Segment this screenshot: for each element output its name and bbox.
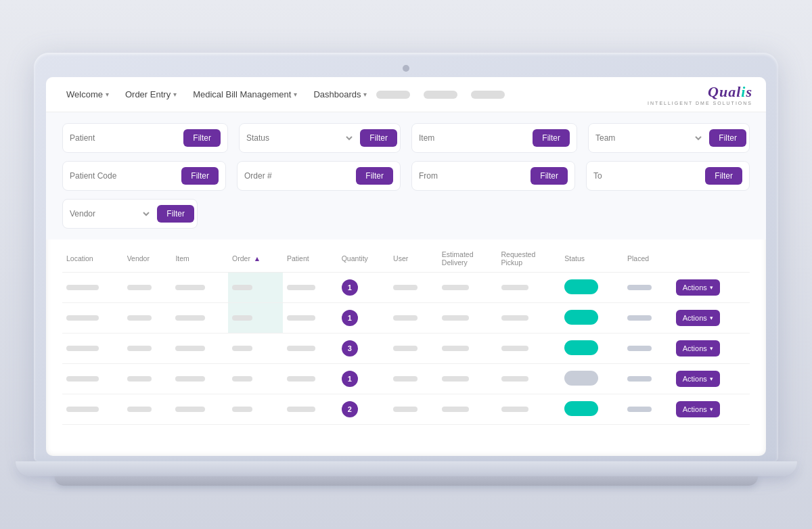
item-placeholder bbox=[175, 285, 205, 290]
nav-chevron-dashboards: ▾ bbox=[363, 91, 367, 98]
nav-item-order-entry[interactable]: Order Entry ▾ bbox=[118, 85, 183, 104]
actions-button[interactable]: Actions ▾ bbox=[676, 401, 720, 417]
filter-label-to: To bbox=[593, 171, 700, 181]
req-pickup-placeholder bbox=[501, 346, 528, 351]
filter-label-vendor: Vendor bbox=[70, 209, 133, 218]
filter-btn-vendor[interactable]: Filter bbox=[157, 205, 194, 223]
nav-item-welcome[interactable]: Welcome ▾ bbox=[60, 85, 116, 104]
req-pickup-placeholder bbox=[501, 407, 528, 412]
cell-actions: Actions ▾ bbox=[672, 273, 750, 303]
cell-placed bbox=[623, 394, 672, 425]
status-badge bbox=[564, 371, 598, 386]
laptop-bezel: Welcome ▾ Order Entry ▾ Medical Bill Man… bbox=[34, 53, 778, 461]
nav-spacers bbox=[376, 91, 505, 99]
status-badge bbox=[564, 340, 598, 355]
filter-group-from: From Filter bbox=[411, 161, 575, 191]
filter-btn-from[interactable]: Filter bbox=[531, 167, 568, 185]
filter-btn-patient-code[interactable]: Filter bbox=[181, 167, 219, 185]
patient-placeholder bbox=[287, 285, 315, 290]
req-pickup-placeholder bbox=[501, 315, 528, 321]
logo-subtitle: INTELLIGENT DME SOLUTIONS bbox=[648, 101, 752, 106]
user-placeholder bbox=[393, 407, 418, 412]
nav-chevron-order-entry: ▾ bbox=[173, 91, 177, 98]
filter-btn-to[interactable]: Filter bbox=[705, 167, 742, 185]
cell-user bbox=[389, 364, 438, 394]
location-placeholder bbox=[66, 407, 99, 412]
col-header-quantity: Quantity bbox=[338, 245, 389, 273]
actions-button[interactable]: Actions ▾ bbox=[676, 371, 720, 387]
table-row: 1 Actions ▾ bbox=[62, 364, 750, 394]
location-placeholder bbox=[66, 376, 99, 382]
cell-status bbox=[560, 303, 623, 334]
laptop-wrapper: Welcome ▾ Order Entry ▾ Medical Bill Man… bbox=[34, 53, 778, 476]
cell-order bbox=[228, 273, 283, 303]
vendor-placeholder bbox=[127, 285, 152, 290]
cell-status bbox=[560, 364, 623, 394]
cell-patient bbox=[283, 364, 338, 394]
col-header-status: Status bbox=[560, 245, 623, 273]
filter-label-patient: Patient bbox=[70, 133, 178, 143]
nav-item-medical-bill[interactable]: Medical Bill Management ▾ bbox=[186, 85, 304, 104]
user-placeholder bbox=[393, 285, 418, 290]
filter-label-order-num: Order # bbox=[244, 171, 351, 181]
cell-actions: Actions ▾ bbox=[672, 364, 750, 394]
filter-select-status[interactable] bbox=[341, 133, 355, 143]
col-header-vendor: Vendor bbox=[123, 245, 172, 273]
filter-btn-status[interactable]: Filter bbox=[360, 129, 397, 147]
req-pickup-placeholder bbox=[501, 285, 528, 290]
filter-select-vendor[interactable] bbox=[138, 209, 152, 218]
est-delivery-placeholder bbox=[442, 407, 469, 412]
order-placeholder bbox=[232, 285, 252, 290]
actions-chevron-icon: ▾ bbox=[710, 375, 713, 382]
data-table: Location Vendor Item Order ▲ Patient Qua… bbox=[62, 245, 750, 425]
cell-estimated-delivery bbox=[438, 303, 497, 334]
filter-btn-item[interactable]: Filter bbox=[533, 129, 570, 147]
cell-status bbox=[560, 273, 623, 303]
cell-estimated-delivery bbox=[438, 334, 497, 364]
location-placeholder bbox=[66, 346, 99, 351]
filter-label-item: Item bbox=[419, 133, 527, 143]
filter-btn-team[interactable]: Filter bbox=[709, 129, 746, 147]
cell-item bbox=[171, 303, 228, 334]
actions-button[interactable]: Actions ▾ bbox=[676, 279, 720, 296]
cell-requested-pickup bbox=[497, 303, 561, 334]
actions-label: Actions bbox=[683, 344, 707, 352]
patient-placeholder bbox=[287, 315, 315, 321]
col-header-patient: Patient bbox=[283, 245, 338, 273]
actions-button[interactable]: Actions ▾ bbox=[676, 340, 720, 356]
cell-requested-pickup bbox=[497, 394, 561, 425]
laptop-screen: Welcome ▾ Order Entry ▾ Medical Bill Man… bbox=[46, 77, 766, 456]
filter-btn-patient[interactable]: Filter bbox=[183, 129, 221, 147]
cell-requested-pickup bbox=[497, 334, 561, 364]
cell-location bbox=[62, 303, 123, 334]
item-placeholder bbox=[175, 376, 205, 382]
req-pickup-placeholder bbox=[501, 376, 528, 382]
actions-button[interactable]: Actions ▾ bbox=[676, 310, 720, 326]
nav-spacer-1 bbox=[376, 91, 410, 99]
vendor-placeholder bbox=[127, 407, 152, 412]
col-header-order[interactable]: Order ▲ bbox=[228, 245, 283, 273]
col-header-actions bbox=[672, 245, 750, 273]
nav-label-order-entry: Order Entry bbox=[125, 89, 171, 99]
table-row: 1 Actions ▾ bbox=[62, 303, 750, 334]
cell-quantity: 1 bbox=[338, 364, 389, 394]
cell-actions: Actions ▾ bbox=[672, 394, 750, 425]
nav-spacer-2 bbox=[424, 91, 457, 99]
quantity-badge: 3 bbox=[342, 340, 358, 356]
patient-placeholder bbox=[287, 407, 315, 412]
filter-btn-order-num[interactable]: Filter bbox=[356, 167, 393, 185]
status-badge bbox=[564, 310, 598, 325]
nav-item-dashboards[interactable]: Dashboards ▾ bbox=[307, 85, 374, 104]
filter-select-team[interactable] bbox=[690, 133, 704, 143]
cell-quantity: 2 bbox=[338, 394, 389, 425]
filter-label-patient-code: Patient Code bbox=[70, 171, 176, 181]
quantity-badge: 2 bbox=[342, 401, 358, 417]
cell-location bbox=[62, 394, 123, 425]
col-header-user: User bbox=[389, 245, 438, 273]
col-header-placed: Placed bbox=[623, 245, 672, 273]
quantity-badge: 1 bbox=[342, 371, 358, 387]
placed-placeholder bbox=[627, 285, 652, 290]
order-placeholder bbox=[232, 376, 252, 382]
cell-vendor bbox=[123, 364, 172, 394]
cell-location bbox=[62, 364, 123, 394]
